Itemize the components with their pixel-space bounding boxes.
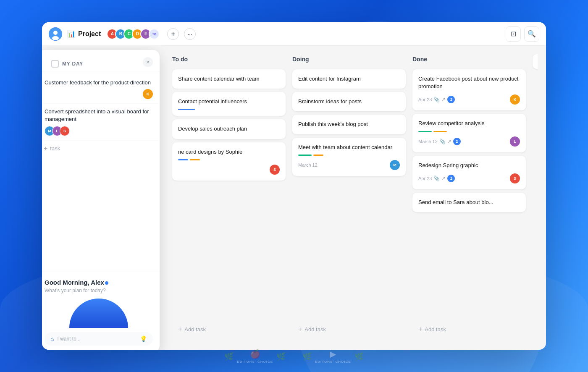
greeting-dot: [105, 281, 108, 285]
card-done-3-title: Redesign Spring graphic: [418, 162, 520, 169]
card-doing-3: Publish this week's blog post: [292, 115, 406, 134]
progress-bar-yellow: [190, 159, 200, 160]
card-done-2-progress: [418, 131, 520, 132]
doing-add-task-button[interactable]: + Add task: [292, 321, 406, 337]
project-title-area: 📊 Project: [67, 30, 101, 38]
app-window: 📊 Project A B C D E +8 + ··· ⊡ 🔍 MY DAY: [42, 22, 546, 350]
column-doing-cards: Edit content for Instagram Brainstorm id…: [292, 69, 406, 318]
card-done-2-badge: 2: [453, 138, 461, 145]
card-todo-2: Contact potential influencers: [172, 92, 286, 116]
column-doing: Doing Edit content for Instagram Brainst…: [292, 54, 406, 337]
myday-task-1: Customer feedback for the product direct…: [42, 75, 160, 104]
card-todo-1-title: Share content calendar with team: [178, 75, 280, 83]
card-done-2-title: Review competitor analysis: [418, 120, 520, 127]
myday-bg-circle: [69, 299, 128, 328]
badge-leaf-left-2: 🌿: [302, 352, 312, 361]
clip-icon-1: 📎: [433, 97, 440, 102]
card-done-2-avatar: L: [510, 136, 520, 147]
badge-apple: 🌿 🍎 EDITORS' CHOICE 🌿: [224, 349, 286, 364]
clip-icon-2: 📎: [439, 139, 446, 144]
user-avatar: [49, 27, 62, 41]
card-done-1-badge: 2: [447, 96, 455, 103]
myday-header: MY DAY ×: [42, 50, 160, 71]
myday-tasks-list: Customer feedback for the product direct…: [42, 71, 160, 272]
project-title: Project: [78, 30, 101, 38]
myday-subtitle: What's your plan for today?: [45, 288, 153, 293]
card-todo-3-title: Develop sales outreach plan: [178, 125, 280, 133]
card-todo-2-progress: [178, 109, 280, 110]
add-member-button[interactable]: +: [167, 28, 179, 40]
card-done-1-avatar: K: [510, 94, 520, 105]
card-done-3-date: Apr 23: [418, 176, 432, 181]
team-avatar-count: +8: [149, 29, 160, 39]
done-add-plus-icon: +: [418, 325, 422, 333]
card-todo-4-meta: S: [178, 165, 280, 175]
add-section-column: + Add section: [533, 54, 538, 337]
myday-task-2: Convert spreadsheet into a visual board …: [42, 104, 160, 140]
card-doing-4-avatar: M: [390, 160, 400, 170]
myday-task-avatar-1: K: [143, 89, 153, 99]
myday-add-task-label: task: [50, 145, 60, 152]
myday-bottom: ⌂ I want to... 💡: [45, 299, 153, 346]
card-doing-4: Meet with team about content calendar Ma…: [292, 138, 406, 176]
myday-close-button[interactable]: ×: [143, 57, 153, 67]
myday-checkbox[interactable]: [51, 60, 59, 68]
card-doing-1-title: Edit content for Instagram: [298, 75, 400, 83]
myday-add-task-button[interactable]: + task: [42, 141, 160, 157]
todo-add-plus-icon: +: [178, 325, 182, 333]
card-todo-4: ne card designs by Sophie S: [172, 142, 286, 181]
clip-icon-3: 📎: [433, 176, 440, 181]
card-done-1-title: Create Facebook post about new product p…: [418, 75, 520, 90]
done-2-bar-green: [418, 131, 432, 132]
apple-icon: 🍎: [250, 349, 260, 359]
todo-add-task-button[interactable]: + Add task: [172, 321, 286, 337]
board-area: MY DAY × Customer feedback for the produ…: [42, 46, 546, 350]
badge-center-apple: 🍎 EDITORS' CHOICE: [237, 349, 273, 364]
card-doing-4-progress: [298, 155, 400, 156]
column-doing-header: Doing: [292, 54, 406, 66]
layout-toggle-button[interactable]: ⊡: [506, 26, 521, 42]
share-icon-2: ↗: [447, 139, 452, 144]
share-icon-1: ↗: [441, 97, 446, 102]
add-task-plus-icon: +: [44, 145, 47, 152]
card-todo-3: Develop sales outreach plan: [172, 119, 286, 139]
myday-footer: Good Morning, Alex What's your plan for …: [42, 272, 160, 350]
card-doing-4-meta: March 12 M: [298, 160, 400, 170]
home-icon: ⌂: [50, 335, 54, 342]
myday-task-title-1: Customer feedback for the product direct…: [45, 79, 153, 86]
search-button[interactable]: 🔍: [524, 26, 539, 42]
myday-input-bar[interactable]: ⌂ I want to... 💡: [45, 332, 153, 346]
badge-play: 🌿 ▶ EDITORS' CHOICE 🌿: [302, 349, 364, 364]
column-done: Done Create Facebook post about new prod…: [412, 54, 526, 337]
card-done-2: Review competitor analysis March 12 📎 ↗ …: [412, 114, 526, 152]
card-todo-4-title: ne card designs by Sophie: [178, 148, 280, 156]
bottom-badges: 🌿 🍎 EDITORS' CHOICE 🌿 🌿 ▶ EDITORS' CHOIC…: [224, 349, 363, 364]
badge-leaf-left-1: 🌿: [224, 352, 234, 361]
done-add-task-label: Add task: [425, 326, 446, 333]
svg-point-1: [53, 31, 58, 35]
myday-title: MY DAY: [62, 61, 83, 67]
card-done-3-badge: 2: [447, 175, 455, 182]
add-section-button[interactable]: + Add section: [533, 54, 538, 69]
lamp-icon: 💡: [140, 335, 147, 342]
badge-center-play: ▶ EDITORS' CHOICE: [315, 349, 351, 364]
myday-panel: MY DAY × Customer feedback for the produ…: [42, 50, 160, 350]
card-done-4-title: Send email to Sara about blo...: [418, 199, 520, 206]
done-add-task-button[interactable]: + Add task: [412, 321, 526, 337]
column-done-header: Done: [412, 54, 526, 66]
card-done-3-meta: Apr 23 📎 ↗ 2 S: [418, 173, 520, 183]
doing-add-plus-icon: +: [298, 325, 302, 333]
badge-text-play: EDITORS' CHOICE: [315, 360, 351, 364]
myday-greeting: Good Morning, Alex: [45, 279, 153, 286]
more-options-button[interactable]: ···: [184, 28, 196, 40]
chart-icon: 📊: [67, 30, 76, 38]
myday-avatar-s: S: [60, 126, 70, 136]
card-done-2-date: March 12: [418, 139, 438, 144]
card-doing-1: Edit content for Instagram: [292, 69, 406, 89]
play-icon: ▶: [330, 349, 336, 359]
done-2-bar-yellow: [433, 131, 447, 132]
card-done-1-meta: Apr 23 📎 ↗ 2 K: [418, 94, 520, 105]
badge-leaf-right-2: 🌿: [354, 352, 364, 361]
card-done-4: Send email to Sara about blo...: [412, 193, 526, 212]
progress-bar-yellow-2: [313, 155, 323, 156]
